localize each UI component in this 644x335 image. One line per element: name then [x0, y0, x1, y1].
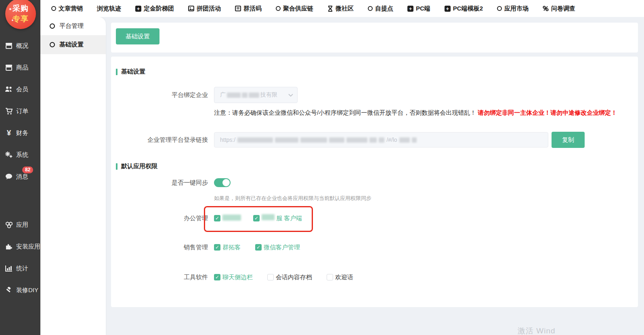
nav-item-label: PC端模板2 [453, 5, 483, 13]
checkbox-checked-icon: ✓ [253, 215, 260, 221]
nav-item-group-live-code[interactable]: 群活码 [235, 5, 262, 13]
nav-item-label: 浏览轨迹 [97, 5, 121, 13]
redacted-text [399, 137, 410, 143]
sidebar-item-label: 安装应用 [16, 243, 40, 251]
top-navigation-bar: 文章营销 浏览轨迹 + 定金阶梯团 拼团活动 群活码 聚合供应链 微社区 自提点… [40, 0, 644, 17]
circle-icon [50, 23, 55, 29]
company-name-suffix: 技有限 [260, 91, 277, 99]
copy-button[interactable]: 复制 [552, 132, 585, 148]
nav-item-label: 自提点 [375, 5, 393, 13]
sidebar-item-orders[interactable]: 订单 [0, 100, 40, 122]
nav-item-self-pickup-point[interactable]: 自提点 [368, 5, 393, 13]
section-title: 默认应用权限 [121, 162, 157, 170]
sales-checkbox-wechat-customer[interactable]: ✓ 微信客户管理 [255, 244, 300, 251]
checkbox-label-text: 聊天侧边栏 [222, 274, 253, 281]
logo-text-line1: 采购 [13, 3, 29, 14]
bind-company-label: 平台绑定企业 [111, 91, 214, 99]
toggle-knob [222, 179, 230, 186]
tools-software-row: 工具软件 ✓ 聊天侧边栏 会话内容存档 欢迎语 [111, 273, 638, 281]
url-prefix: https:/ [220, 137, 235, 143]
message-count-badge: 82 [22, 166, 33, 173]
submenu-item-basic-settings[interactable]: 基础设置 [40, 36, 106, 54]
orders-icon [4, 107, 13, 115]
checkbox-label-text: 欢迎语 [335, 274, 353, 281]
redacted-text [369, 137, 377, 143]
circle-icon [50, 42, 55, 47]
nav-item-pc-template2[interactable]: + PC端模板2 [445, 5, 483, 13]
sidebar-item-finance[interactable]: ¥ 财务 [0, 122, 40, 144]
tab-bar-card: 基础设置 [111, 23, 638, 53]
checkbox-checked-icon: ✓ [214, 244, 220, 251]
sidebar-item-apps[interactable]: 应用 [0, 214, 40, 236]
settings-submenu: 平台管理 基础设置 [40, 17, 106, 335]
sidebar-item-product[interactable]: 商品 [0, 57, 40, 78]
plus-square-icon: + [135, 6, 141, 12]
logo-text-line2: 专享 [13, 14, 29, 24]
redacted-text [346, 137, 367, 143]
nav-item-label: 问卷调查 [551, 5, 575, 13]
nav-item-pc-client[interactable]: + PC端 [407, 5, 430, 13]
sidebar-item-members[interactable]: 会员 [0, 78, 40, 100]
tools-checkbox-welcome-message[interactable]: 欢迎语 [327, 274, 353, 281]
redacted-text [242, 93, 248, 98]
sidebar-item-label: 消息 [16, 173, 28, 181]
sidebar-item-messages[interactable]: 82 消息 [0, 166, 40, 188]
redacted-text [222, 215, 241, 221]
sales-label: 销售管理 [111, 244, 214, 251]
nav-item-article-marketing[interactable]: 文章营销 [51, 5, 83, 13]
sidebar-item-label: 应用 [16, 221, 28, 229]
sidebar-item-statistics[interactable]: 统计 [0, 257, 40, 279]
nav-item-deposit-ladder-group[interactable]: + 定金阶梯团 [135, 5, 174, 13]
checkbox-unchecked-icon [327, 274, 333, 280]
redacted-text [237, 137, 273, 143]
nav-item-aggregate-supply-chain[interactable]: 聚合供应链 [276, 5, 313, 13]
settings-form-card: 基础设置 平台绑定企业 广 技有限 注意：请务必确保该企业微信和公众号/小程序绑… [111, 57, 638, 307]
submenu-item-label: 基础设置 [59, 41, 84, 48]
app-logo[interactable]: 采购 专享 [5, 0, 36, 29]
nav-item-label: 应用市场 [504, 5, 529, 13]
apps-icon [4, 221, 13, 229]
tools-checkbox-chat-sidebar[interactable]: ✓ 聊天侧边栏 [214, 274, 253, 281]
system-icon [4, 151, 13, 159]
sales-checkbox-quntuoke[interactable]: ✓ 群拓客 [214, 244, 241, 251]
nav-item-label: 定金阶梯团 [144, 5, 174, 13]
nav-item-group-buy-activity[interactable]: 拼团活动 [188, 5, 221, 13]
office-checkbox-item-1[interactable]: ✓ [214, 215, 241, 222]
nav-item-browse-tracks[interactable]: 浏览轨迹 [97, 5, 121, 13]
login-link-input[interactable]: https:/ /#/lo [214, 132, 548, 147]
nav-item-label: PC端 [416, 5, 430, 13]
sidebar-item-decorate-diy[interactable]: 装修DIY [0, 279, 40, 301]
sync-toggle-row: 是否一键同步 [111, 178, 638, 188]
checkbox-label-text: 微信客户管理 [264, 244, 300, 251]
url-mid: /#/lo [386, 137, 397, 143]
login-link-row: 企业管理平台登录链接 https:/ /#/lo 复制 [111, 132, 638, 148]
office-checkbox-item-2[interactable]: ✓ 服 客户端 [253, 214, 302, 222]
nav-item-micro-community[interactable]: 微社区 [327, 5, 354, 13]
redacted-text [262, 214, 275, 220]
sidebar-item-system[interactable]: 系统 [0, 144, 40, 166]
submenu-item-platform-management[interactable]: 平台管理 [40, 17, 106, 36]
bind-company-value: 广 技有限 [220, 91, 287, 99]
office-management-row: 办公管理 ✓ ✓ 服 客户端 [111, 214, 638, 222]
tools-label: 工具软件 [111, 274, 214, 281]
sidebar-item-install-apps[interactable]: 安装应用 [0, 236, 40, 257]
circle-icon [276, 6, 281, 11]
nav-item-label: 拼团活动 [197, 5, 221, 13]
checkbox-checked-icon: ✓ [214, 215, 220, 221]
sync-toggle[interactable] [214, 178, 231, 187]
plus-square-icon: + [445, 6, 451, 12]
redacted-text [379, 137, 384, 143]
section-basic-settings: 基础设置 [116, 68, 145, 76]
members-icon [4, 85, 13, 93]
main-content: 基础设置 基础设置 平台绑定企业 广 技有限 [106, 17, 644, 335]
sidebar-item-overview[interactable]: 概况 [0, 35, 40, 57]
tools-checkbox-session-archive[interactable]: 会话内容存档 [267, 274, 312, 281]
nav-item-questionnaire[interactable]: 问卷调查 [543, 5, 575, 13]
section-accent-bar [116, 163, 117, 170]
basic-settings-tab-button[interactable]: 基础设置 [116, 28, 159, 44]
overview-icon [4, 42, 13, 50]
sync-help-text: 如果是，则所有已存在企业也会将应用权限与当前默认应用权限同步 [214, 195, 371, 202]
bind-company-select[interactable]: 广 技有限 [214, 87, 298, 103]
nav-item-label: 微社区 [336, 5, 354, 13]
nav-item-app-market[interactable]: 应用市场 [497, 5, 529, 13]
